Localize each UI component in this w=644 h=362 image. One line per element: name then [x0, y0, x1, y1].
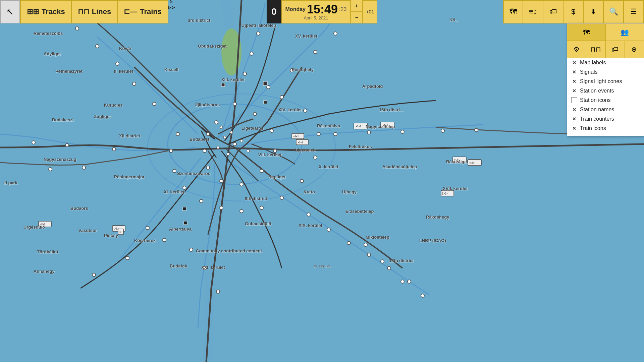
checkbox-3[interactable]	[571, 88, 577, 94]
checkbox-4[interactable]	[571, 97, 577, 103]
dropdown-panel: 🗺 👥 ⚙ ⊓⊓ 🏷 ⊕ Map labelsSignalsSignal lig…	[567, 23, 644, 136]
panel-item-5[interactable]: Station names	[567, 105, 644, 114]
panel-top-icons: 🗺 👥	[567, 24, 644, 41]
panel-item-label-2: Signal light cones	[580, 78, 622, 84]
sort-button[interactable]: ≡↕	[523, 0, 543, 23]
date-string: April 5, 2021	[304, 15, 328, 20]
speed-modifier: +01	[363, 0, 377, 23]
menu-button[interactable]: ☰	[624, 0, 644, 23]
time-display: 15:49	[307, 3, 338, 15]
download-button[interactable]: ⬇	[584, 0, 604, 23]
map-view-button[interactable]: 🗺	[503, 0, 523, 23]
download-icon: ⬇	[590, 7, 596, 16]
panel-item-6[interactable]: Train counters	[567, 114, 644, 124]
panel-item-1[interactable]: Signals	[567, 67, 644, 77]
speed-mod-value: +01	[366, 9, 374, 14]
checkbox-1[interactable]	[571, 69, 577, 75]
label-icon: 🏷	[549, 7, 557, 16]
search-icon: 🔍	[609, 7, 618, 16]
map-view-icon: 🗺	[509, 7, 517, 16]
cursor-icon: ↖	[6, 7, 14, 17]
map-background	[0, 0, 644, 362]
tracks-button[interactable]: ⊞⊞ Tracks	[20, 0, 72, 23]
panel-station-button[interactable]: ⊕	[625, 41, 644, 58]
tracks-icon: ⊞⊞	[27, 7, 39, 16]
trains-button[interactable]: ⊏— Trains	[118, 0, 168, 23]
checkbox-7[interactable]	[571, 125, 577, 131]
checkbox-5[interactable]	[571, 107, 577, 113]
panel-tag-icon: 🏷	[612, 46, 619, 53]
panel-people-icon: 👥	[621, 28, 629, 36]
panel-item-7[interactable]: Train icons	[567, 124, 644, 133]
seconds-display: :23	[339, 6, 346, 12]
panel-item-label-6: Train counters	[580, 116, 614, 122]
lines-button[interactable]: ⊓⊓ Lines	[72, 0, 118, 23]
cursor-button[interactable]: ↖	[0, 0, 20, 23]
finance-icon: $	[571, 7, 575, 16]
panel-item-0[interactable]: Map labels	[567, 58, 644, 67]
checkbox-2[interactable]	[571, 78, 577, 84]
panel-item-label-3: Station events	[580, 88, 614, 94]
label-button[interactable]: 🏷	[543, 0, 564, 23]
checkbox-6[interactable]	[571, 116, 577, 122]
panel-item-label-0: Map labels	[580, 60, 606, 66]
toolbar-left: ↖ ⊞⊞ Tracks ⊓⊓ Lines ⊏— Trains	[0, 0, 168, 23]
lines-label: Lines	[92, 7, 111, 16]
panel-tag-button[interactable]: 🏷	[606, 41, 625, 58]
panel-item-label-1: Signals	[580, 69, 597, 75]
panel-item-label-7: Train icons	[580, 125, 606, 131]
panel-item-2[interactable]: Signal light cones	[567, 77, 644, 86]
day-name: Monday	[285, 6, 306, 12]
speed-indicator: 0	[267, 0, 281, 23]
checkbox-0[interactable]	[571, 60, 577, 66]
lines-icon: ⊓⊓	[78, 7, 89, 16]
panel-item-3[interactable]: Station events	[567, 86, 644, 96]
map-container[interactable]: ⊲⊲ ⊲⊲ ⊲⊲ ⊲⊲ ▷▷ ▷▷ ⊲⊲ ▷▷	[0, 0, 644, 362]
finance-button[interactable]: $	[564, 0, 584, 23]
panel-item-4[interactable]: Station icons	[567, 96, 644, 105]
panel-map-button[interactable]: 🗺	[567, 24, 606, 41]
clock-panel: 0 Monday 15:49 :23 April 5, 2021 + − +01	[267, 0, 377, 23]
panel-item-label-4: Station icons	[580, 97, 611, 103]
date-time-block[interactable]: Monday 15:49 :23 April 5, 2021	[281, 0, 351, 23]
panel-people-button[interactable]: 👥	[606, 24, 644, 41]
panel-signal-button[interactable]: ⚙	[567, 41, 586, 58]
panel-train-button2[interactable]: ⊓⊓	[586, 41, 605, 58]
menu-icon: ☰	[630, 7, 637, 16]
panel-train-icon2: ⊓⊓	[590, 45, 601, 53]
panel-map-icon: 🗺	[583, 28, 590, 36]
time-decrease-button[interactable]: −	[351, 12, 363, 23]
panel-signal-icon: ⚙	[574, 45, 580, 53]
panel-item-label-5: Station names	[580, 107, 614, 113]
speed-value: 0	[271, 6, 277, 17]
trains-label: Trains	[140, 7, 162, 16]
search-button[interactable]: 🔍	[604, 0, 624, 23]
time-controls: + −	[351, 0, 363, 23]
trains-icon: ⊏—	[124, 7, 137, 16]
panel-items: Map labelsSignalsSignal light conesStati…	[567, 58, 644, 133]
sort-icon: ≡↕	[529, 7, 537, 16]
time-increase-button[interactable]: +	[351, 0, 363, 12]
tracks-label: Tracks	[42, 7, 65, 16]
panel-second-icons: ⚙ ⊓⊓ 🏷 ⊕	[567, 41, 644, 58]
panel-station-icon2: ⊕	[631, 45, 637, 53]
right-toolbar: 🗺 ≡↕ 🏷 $ ⬇ 🔍 ☰	[503, 0, 644, 23]
